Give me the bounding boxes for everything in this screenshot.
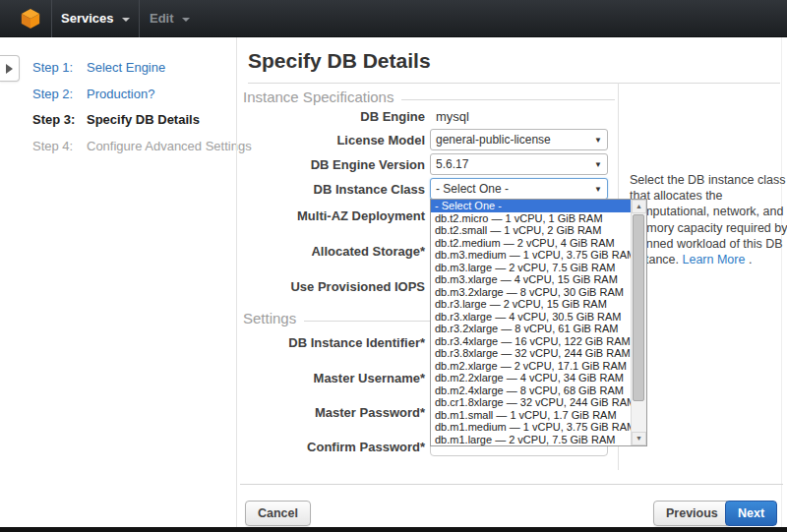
select-arrow-icon: ▼ — [594, 136, 602, 145]
instance-class-option[interactable]: db.m3.xlarge — 4 vCPU, 15 GiB RAM — [431, 273, 631, 286]
step-number: Step 1: — [32, 60, 87, 75]
scrollbar-up-icon[interactable]: ▲ — [632, 200, 646, 213]
instance-class-option[interactable]: db.m2.2xlarge — 4 vCPU, 34 GiB RAM — [431, 372, 631, 384]
license-model-select[interactable]: general-public-license ▼ — [430, 129, 608, 150]
instance-class-option[interactable]: db.t2.small — 1 vCPU, 2 GiB RAM — [431, 224, 631, 237]
edit-menu[interactable]: Edit — [150, 0, 190, 37]
sidebar-collapse-handle[interactable] — [0, 55, 20, 82]
instance-class-option[interactable]: db.r3.large — 2 vCPU, 15 GiB RAM — [431, 298, 631, 311]
db-instance-class-selected-value: - Select One - — [436, 182, 509, 196]
scrollbar-down-icon[interactable]: ▼ — [632, 432, 646, 445]
help-text: . — [749, 253, 752, 266]
instance-class-option[interactable]: db.r3.2xlarge — 8 vCPU, 61 GiB RAM — [431, 323, 631, 335]
master-username-label: Master Username* — [243, 371, 425, 385]
right-edge-line — [781, 37, 782, 528]
services-menu-label: Services — [61, 11, 114, 26]
scrollbar-thumb[interactable] — [633, 214, 644, 401]
instance-class-option[interactable]: db.m1.small — 1 vCPU, 1.7 GiB RAM — [431, 409, 631, 422]
db-instance-identifier-label: DB Instance Identifier* — [243, 335, 425, 350]
instance-class-option[interactable]: db.r3.4xlarge — 16 vCPU, 122 GiB RAM — [431, 335, 631, 348]
confirm-password-label: Confirm Password* — [243, 440, 425, 454]
step-label: Configure Advanced Settings — [87, 139, 252, 153]
select-arrow-icon: ▼ — [594, 185, 602, 194]
chevron-down-icon — [122, 18, 130, 22]
cancel-button[interactable]: Cancel — [245, 501, 311, 526]
select-arrow-icon: ▼ — [594, 160, 602, 169]
db-instance-class-label: DB Instance Class — [243, 182, 425, 197]
step-number: Step 3: — [32, 112, 87, 127]
chevron-down-icon — [182, 18, 190, 22]
step-label: Select Engine — [87, 60, 165, 75]
topbar-divider — [51, 0, 52, 37]
master-password-label: Master Password* — [243, 405, 425, 420]
services-menu[interactable]: Services — [61, 0, 130, 37]
section-title: Settings — [243, 310, 296, 326]
edit-menu-label: Edit — [150, 11, 174, 26]
instance-class-option[interactable]: db.t2.medium — 2 vCPU, 4 GiB RAM — [431, 237, 631, 250]
section-rule — [401, 99, 615, 100]
instance-class-option[interactable]: db.m1.large — 2 vCPU, 7.5 GiB RAM — [431, 434, 631, 446]
bottom-edge-strip — [0, 527, 787, 532]
step-number: Step 2: — [32, 87, 87, 101]
instance-class-option-selected[interactable]: - Select One - — [431, 200, 631, 212]
db-engine-value: mysql — [436, 109, 469, 124]
aws-logo-icon[interactable] — [20, 8, 41, 30]
aws-rds-wizard-screen: Services Edit Step 1:Select Engine Step … — [0, 0, 787, 532]
previous-button[interactable]: Previous — [653, 501, 731, 526]
help-line: memory capacity required by — [630, 221, 787, 237]
footer-divider — [240, 484, 783, 485]
page-title: Specify DB Details — [248, 49, 431, 73]
help-line: planned workload of this DB — [630, 237, 787, 253]
triangle-right-icon — [6, 64, 13, 74]
title-divider — [248, 83, 780, 84]
help-line: that allocates the — [630, 189, 787, 205]
use-provisioned-iops-label: Use Provisioned IOPS — [243, 279, 425, 294]
step-1-select-engine[interactable]: Step 1:Select Engine — [32, 60, 165, 75]
instance-class-option[interactable]: db.m3.medium — 1 vCPU, 3.75 GiB RAM — [431, 249, 631, 262]
step-4-configure-advanced-settings: Step 4:Configure Advanced Settings — [32, 139, 252, 153]
next-button[interactable]: Next — [725, 501, 777, 526]
instance-class-option[interactable]: db.r3.xlarge — 4 vCPU, 30.5 GiB RAM — [431, 311, 631, 324]
db-instance-class-select[interactable]: - Select One - ▼ — [430, 178, 608, 200]
db-engine-version-select[interactable]: 5.6.17 ▼ — [430, 153, 608, 175]
instance-class-option[interactable]: db.cr1.8xlarge — 32 vCPU, 244 GiB RAM — [431, 396, 631, 409]
allocated-storage-label: Allocated Storage* — [243, 244, 425, 259]
db-engine-version-selected-value: 5.6.17 — [436, 157, 468, 171]
step-label: Specify DB Details — [87, 112, 200, 127]
db-engine-version-label: DB Engine Version — [243, 157, 425, 172]
dropdown-option-list: - Select One - db.t2.micro — 1 vCPU, 1 G… — [431, 200, 631, 445]
sidebar-divider — [236, 37, 237, 528]
instance-class-option[interactable]: db.m3.2xlarge — 8 vCPU, 30 GiB RAM — [431, 286, 631, 299]
step-3-specify-db-details: Step 3:Specify DB Details — [32, 112, 200, 127]
section-title: Instance Specifications — [243, 89, 394, 105]
license-model-label: License Model — [243, 133, 425, 148]
step-2-production[interactable]: Step 2:Production? — [32, 87, 154, 101]
instance-class-option[interactable]: db.m3.large — 2 vCPU, 7.5 GiB RAM — [431, 262, 631, 274]
instance-class-option[interactable]: db.r3.8xlarge — 32 vCPU, 244 GiB RAM — [431, 347, 631, 360]
help-line: Select the DB instance class — [630, 173, 787, 189]
instance-class-option[interactable]: db.m2.4xlarge — 8 vCPU, 68 GiB RAM — [431, 384, 631, 397]
instance-class-option[interactable]: db.m1.medium — 1 vCPU, 3.75 GiB RAM — [431, 421, 631, 434]
db-instance-class-dropdown: - Select One - db.t2.micro — 1 vCPU, 1 G… — [430, 199, 647, 446]
topbar: Services Edit — [0, 0, 787, 37]
help-line: instance. Learn More . — [630, 253, 787, 268]
topbar-divider — [139, 0, 140, 37]
instance-class-option[interactable]: db.m2.xlarge — 2 vCPU, 17.1 GiB RAM — [431, 360, 631, 373]
multi-az-deployment-label: Multi-AZ Deployment — [243, 208, 425, 223]
step-number: Step 4: — [32, 139, 87, 153]
help-line: computational, network, and — [630, 205, 787, 220]
step-label: Production? — [87, 87, 154, 101]
instance-specifications-header: Instance Specifications — [243, 89, 615, 105]
learn-more-link[interactable]: Learn More — [683, 253, 746, 266]
instance-class-option[interactable]: db.t2.micro — 1 vCPU, 1 GiB RAM — [431, 212, 631, 225]
db-instance-class-help-text: Select the DB instance class that alloca… — [630, 173, 787, 268]
db-engine-label: DB Engine — [243, 109, 425, 124]
license-model-selected-value: general-public-license — [436, 133, 551, 147]
dropdown-scrollbar[interactable]: ▲ ▼ — [631, 200, 646, 445]
